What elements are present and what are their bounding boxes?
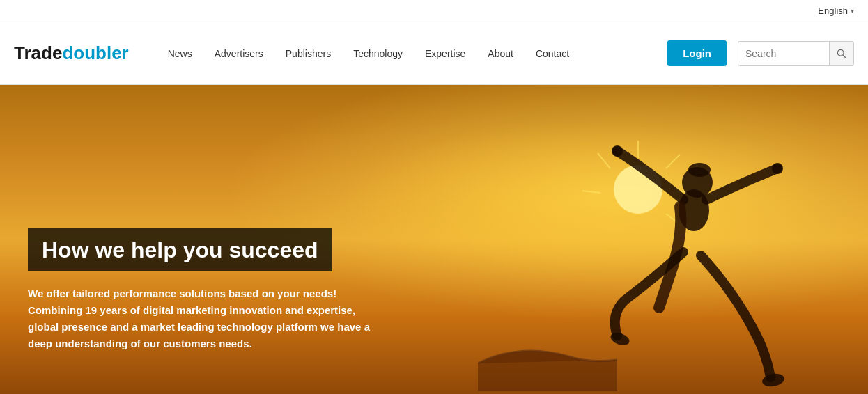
hero-content: How we help you succeed We offer tailore… bbox=[28, 228, 376, 352]
logo[interactable]: Tradedoubler bbox=[14, 42, 129, 64]
nav-item-publishers[interactable]: Publishers bbox=[274, 22, 342, 85]
top-bar: English ▾ bbox=[0, 0, 868, 22]
hero-title-box: How we help you succeed bbox=[28, 228, 332, 271]
svg-point-11 bbox=[688, 163, 711, 177]
main-nav: News Advertisers Publishers Technology E… bbox=[157, 22, 656, 85]
language-selector[interactable]: English ▾ bbox=[818, 6, 854, 16]
nav-item-advertisers[interactable]: Advertisers bbox=[203, 22, 274, 85]
svg-point-0 bbox=[837, 49, 844, 56]
nav-item-expertise[interactable]: Expertise bbox=[414, 22, 476, 85]
nav-item-about[interactable]: About bbox=[476, 22, 525, 85]
site-header: Tradedoubler News Advertisers Publishers… bbox=[0, 22, 868, 85]
search-container bbox=[738, 41, 854, 66]
svg-point-15 bbox=[761, 372, 786, 388]
svg-line-8 bbox=[582, 191, 600, 193]
svg-line-1 bbox=[843, 55, 846, 58]
logo-trade: Trade bbox=[14, 42, 62, 64]
login-button[interactable]: Login bbox=[667, 40, 727, 66]
nav-item-technology[interactable]: Technology bbox=[342, 22, 414, 85]
hero-title: How we help you succeed bbox=[42, 237, 318, 263]
svg-point-12 bbox=[612, 145, 623, 157]
search-icon bbox=[837, 49, 846, 58]
language-label: English bbox=[818, 6, 848, 16]
search-button[interactable] bbox=[829, 42, 853, 65]
hero-section: How we help you succeed We offer tailore… bbox=[0, 85, 868, 394]
hero-description: We offer tailored performance solutions … bbox=[28, 285, 376, 352]
svg-line-7 bbox=[598, 153, 610, 168]
nav-item-contact[interactable]: Contact bbox=[525, 22, 580, 85]
hero-person-image bbox=[478, 99, 812, 391]
chevron-down-icon: ▾ bbox=[851, 7, 854, 15]
search-input[interactable] bbox=[738, 44, 829, 63]
svg-line-4 bbox=[666, 155, 680, 168]
nav-item-news[interactable]: News bbox=[157, 22, 203, 85]
logo-doubler: doubler bbox=[62, 42, 128, 64]
svg-point-13 bbox=[772, 163, 783, 174]
